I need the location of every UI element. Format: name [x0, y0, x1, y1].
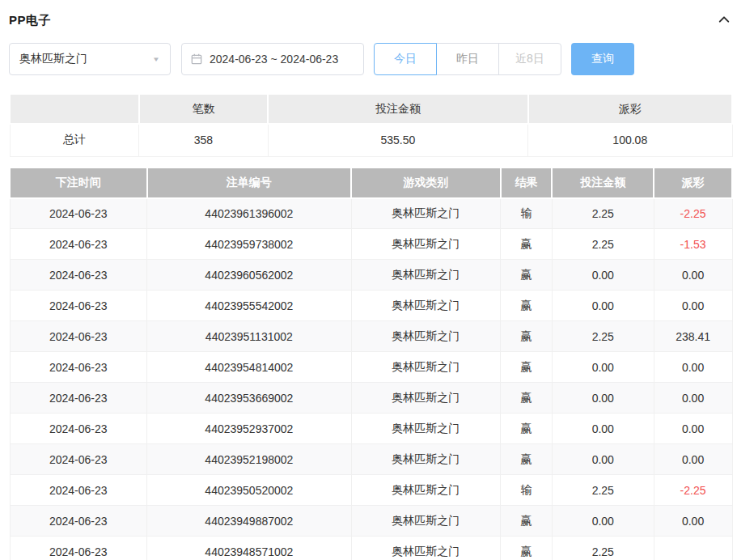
header-game-category: 游戏类别	[351, 168, 500, 198]
summary-total-row: 总计 358 535.50 100.08	[10, 124, 732, 156]
cell-bet-time: 2024-06-23	[10, 475, 147, 506]
cell-bet-amount: 0.00	[552, 260, 654, 291]
calendar-icon	[190, 53, 203, 66]
cell-bet-number: 44023955542002	[147, 291, 352, 321]
summary-table: 笔数 投注金额 派彩 总计 358 535.50 100.08	[9, 93, 733, 157]
collapse-panel-button[interactable]	[715, 11, 733, 29]
cell-bet-amount: 0.00	[552, 444, 654, 475]
filter-bar: 奥林匹斯之门 ▼ 2024-06-23 ~ 2024-06-23 今日 昨日 近…	[9, 43, 733, 75]
summary-total-payout: 100.08	[528, 124, 732, 156]
chevron-up-icon	[717, 12, 731, 29]
cell-bet-amount: 0.00	[552, 383, 654, 414]
summary-header-payout: 派彩	[528, 94, 732, 124]
cell-bet-number: 44023954814002	[147, 352, 352, 383]
cell-result: 赢	[501, 444, 553, 475]
cell-bet-amount: 0.00	[552, 506, 654, 537]
cell-bet-number: 44023952198002	[147, 444, 352, 475]
bets-header-row: 下注时间 注单编号 游戏类别 结果 投注金额 派彩	[10, 168, 732, 198]
panel-header: PP电子	[9, 11, 733, 29]
cell-result: 赢	[501, 383, 553, 414]
table-row: 2024-06-23 44023960562002 奥林匹斯之门 赢 0.00 …	[10, 260, 732, 291]
game-select-value: 奥林匹斯之门	[19, 52, 87, 66]
cell-bet-amount: 2.25	[552, 229, 654, 260]
cell-game-category: 奥林匹斯之门	[351, 198, 500, 229]
cell-payout: -2.25	[654, 475, 732, 506]
cell-payout: 0.00	[654, 260, 732, 291]
cell-bet-amount: 2.25	[552, 321, 654, 352]
cell-bet-amount: 2.25	[552, 198, 654, 229]
cell-bet-number: 44023949887002	[147, 506, 352, 537]
cell-bet-number: 44023959738002	[147, 229, 352, 260]
cell-game-category: 奥林匹斯之门	[351, 229, 500, 260]
cell-bet-time: 2024-06-23	[10, 383, 147, 414]
cell-result: 赢	[501, 537, 553, 560]
cell-bet-time: 2024-06-23	[10, 414, 147, 444]
cell-bet-amount: 0.00	[552, 414, 654, 444]
cell-payout: 238.41	[654, 321, 732, 352]
cell-game-category: 奥林匹斯之门	[351, 352, 500, 383]
cell-bet-number: 44023961396002	[147, 198, 352, 229]
cell-game-category: 奥林匹斯之门	[351, 506, 500, 537]
summary-header-blank	[10, 94, 139, 124]
cell-bet-time: 2024-06-23	[10, 198, 147, 229]
cell-result: 赢	[501, 260, 553, 291]
date-range-input[interactable]: 2024-06-23 ~ 2024-06-23	[181, 43, 364, 75]
cell-bet-amount: 0.00	[552, 291, 654, 321]
summary-header-bet-amount: 投注金额	[268, 94, 527, 124]
cell-game-category: 奥林匹斯之门	[351, 414, 500, 444]
cell-bet-number: 44023948571002	[147, 537, 352, 560]
cell-result: 输	[501, 198, 553, 229]
header-result: 结果	[501, 168, 553, 198]
cell-result: 赢	[501, 352, 553, 383]
table-row: 2024-06-23 44023955542002 奥林匹斯之门 赢 0.00 …	[10, 291, 732, 321]
summary-header-row: 笔数 投注金额 派彩	[10, 94, 732, 124]
cell-bet-time: 2024-06-23	[10, 260, 147, 291]
cell-result: 输	[501, 475, 553, 506]
cell-result: 赢	[501, 291, 553, 321]
cell-bet-time: 2024-06-23	[10, 506, 147, 537]
cell-result: 赢	[501, 321, 553, 352]
select-caret-icon: ▼	[152, 56, 160, 63]
cell-payout: 0.00	[654, 414, 732, 444]
summary-total-label: 总计	[10, 124, 139, 156]
table-row: 2024-06-23 44023948571002 奥林匹斯之门 赢 2.25	[10, 537, 732, 560]
cell-bet-time: 2024-06-23	[10, 352, 147, 383]
pp-electronic-panel: PP电子 奥林匹斯之门 ▼ 2024-06-23 ~ 2024-06-23 今日…	[0, 0, 733, 560]
game-select[interactable]: 奥林匹斯之门 ▼	[9, 43, 171, 75]
cell-bet-number: 44023950520002	[147, 475, 352, 506]
panel-title: PP电子	[9, 13, 51, 28]
cell-payout: -1.53	[654, 229, 732, 260]
cell-payout	[654, 537, 732, 560]
header-bet-time: 下注时间	[10, 168, 147, 198]
cell-bet-number: 44023952937002	[147, 414, 352, 444]
cell-bet-number: 44023953669002	[147, 383, 352, 414]
yesterday-button[interactable]: 昨日	[436, 43, 499, 75]
table-row: 2024-06-23 44023961396002 奥林匹斯之门 输 2.25 …	[10, 198, 732, 229]
cell-result: 赢	[501, 506, 553, 537]
cell-game-category: 奥林匹斯之门	[351, 537, 500, 560]
cell-payout: -2.25	[654, 198, 732, 229]
table-row: 2024-06-23 44023953669002 奥林匹斯之门 赢 0.00 …	[10, 383, 732, 414]
query-button[interactable]: 查询	[571, 43, 634, 75]
last-8-days-button[interactable]: 近8日	[498, 43, 561, 75]
cell-bet-time: 2024-06-23	[10, 229, 147, 260]
cell-bet-time: 2024-06-23	[10, 291, 147, 321]
cell-bet-amount: 2.25	[552, 475, 654, 506]
table-row: 2024-06-23 44023952937002 奥林匹斯之门 赢 0.00 …	[10, 414, 732, 444]
header-bet-amount: 投注金额	[552, 168, 654, 198]
cell-game-category: 奥林匹斯之门	[351, 444, 500, 475]
date-range-value: 2024-06-23 ~ 2024-06-23	[210, 53, 338, 66]
cell-game-category: 奥林匹斯之门	[351, 383, 500, 414]
cell-payout: 0.00	[654, 383, 732, 414]
cell-result: 赢	[501, 229, 553, 260]
summary-total-bet-amount: 535.50	[268, 124, 527, 156]
today-button[interactable]: 今日	[374, 43, 437, 75]
cell-bet-amount: 2.25	[552, 537, 654, 560]
cell-payout: 0.00	[654, 444, 732, 475]
table-row: 2024-06-23 44023952198002 奥林匹斯之门 赢 0.00 …	[10, 444, 732, 475]
cell-game-category: 奥林匹斯之门	[351, 291, 500, 321]
cell-game-category: 奥林匹斯之门	[351, 475, 500, 506]
table-row: 2024-06-23 44023950520002 奥林匹斯之门 输 2.25 …	[10, 475, 732, 506]
cell-payout: 0.00	[654, 352, 732, 383]
bets-table: 下注时间 注单编号 游戏类别 结果 投注金额 派彩 2024-06-23 440…	[9, 167, 733, 560]
